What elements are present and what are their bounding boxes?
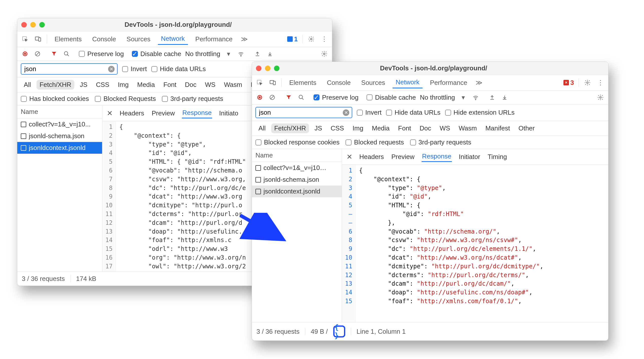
type-wasm[interactable]: Wasm (221, 80, 245, 90)
disable-cache-checkbox[interactable]: ✓Disable cache (132, 50, 181, 58)
device-toggle-icon[interactable] (268, 78, 277, 87)
type-wasm[interactable]: Wasm (456, 123, 480, 133)
clear-icon[interactable] (268, 93, 276, 102)
search-icon[interactable] (297, 93, 305, 102)
third-party-checkbox[interactable]: 3rd-party requests (162, 95, 223, 103)
request-row[interactable]: jsonld-schema.json (17, 130, 102, 142)
type-js[interactable]: JS (311, 123, 325, 133)
network-settings-icon[interactable] (320, 50, 329, 58)
record-icon[interactable] (255, 93, 264, 102)
close-detail-icon[interactable]: ✕ (107, 109, 113, 117)
download-icon[interactable] (266, 50, 274, 58)
request-row[interactable]: jsonld-schema.json (252, 174, 342, 186)
tab-network[interactable]: Network (158, 33, 188, 45)
tab-console[interactable]: Console (324, 77, 354, 88)
errors-badge[interactable]: ×3 (563, 79, 574, 87)
invert-checkbox[interactable]: Invert (122, 65, 147, 73)
preserve-log-checkbox[interactable]: Preserve log (79, 50, 124, 58)
type-other[interactable]: Other (515, 123, 538, 133)
code-lines[interactable]: { "@context": { "type": "@type", "id": "… (356, 165, 547, 322)
type-media[interactable]: Media (134, 80, 158, 90)
detail-tab-response[interactable]: Response (422, 151, 452, 162)
pretty-print-button[interactable]: { } (333, 325, 345, 337)
more-tabs-icon[interactable]: ≫ (240, 35, 248, 43)
type-manifest[interactable]: Manifest (482, 123, 513, 133)
close-window-icon[interactable] (21, 22, 27, 28)
clear-icon[interactable] (33, 50, 42, 58)
tab-sources[interactable]: Sources (124, 34, 153, 45)
disable-cache-checkbox[interactable]: Disable cache (367, 94, 416, 101)
invert-checkbox[interactable]: Invert (357, 109, 382, 116)
detail-tab-response[interactable]: Response (182, 108, 212, 118)
request-row-selected[interactable]: jsonldcontext.jsonld (17, 142, 102, 154)
type-font[interactable]: Font (160, 80, 179, 90)
hide-data-urls-checkbox[interactable]: Hide data URLs (151, 65, 206, 73)
clear-filter-icon[interactable]: ✕ (108, 66, 115, 72)
record-icon[interactable] (21, 50, 29, 58)
detail-tab-preview[interactable]: Preview (391, 152, 415, 162)
type-css[interactable]: CSS (93, 80, 112, 90)
detail-tab-initiator[interactable]: Initiato (219, 108, 239, 118)
detail-tab-preview[interactable]: Preview (151, 108, 175, 118)
device-toggle-icon[interactable] (34, 35, 42, 43)
type-img[interactable]: Img (350, 123, 366, 133)
filter-input[interactable] (24, 65, 106, 73)
settings-icon[interactable] (583, 78, 592, 87)
type-doc[interactable]: Doc (182, 80, 199, 90)
search-icon[interactable] (62, 50, 71, 58)
throttling-select[interactable]: No throttling (185, 50, 220, 58)
tab-console[interactable]: Console (89, 34, 119, 45)
blocked-requests-checkbox[interactable]: Blocked requests (346, 138, 404, 146)
hide-data-urls-checkbox[interactable]: Hide data URLs (386, 109, 441, 116)
kebab-menu-icon[interactable]: ⋮ (320, 35, 329, 43)
type-fetch-xhr[interactable]: Fetch/XHR (37, 80, 74, 90)
code-lines[interactable]: { "@context": { "type": "@type", "id": "… (116, 121, 249, 272)
wifi-icon[interactable] (237, 50, 245, 58)
inspect-icon[interactable] (255, 78, 264, 87)
tab-network[interactable]: Network (393, 77, 422, 88)
issues-badge[interactable]: 1 (287, 35, 298, 43)
download-icon[interactable] (500, 93, 509, 102)
filter-icon[interactable] (50, 50, 58, 58)
type-ws[interactable]: WS (437, 123, 453, 133)
type-img[interactable]: Img (115, 80, 132, 90)
type-css[interactable]: CSS (328, 123, 347, 133)
third-party-checkbox[interactable]: 3rd-party requests (410, 138, 471, 146)
type-js[interactable]: JS (77, 80, 90, 90)
wifi-icon[interactable] (471, 93, 480, 102)
close-window-icon[interactable] (256, 66, 261, 71)
detail-tab-timing[interactable]: Timing (487, 152, 507, 162)
filter-icon[interactable] (284, 93, 293, 102)
detail-tab-initiator[interactable]: Initiator (458, 152, 481, 162)
type-all[interactable]: All (21, 80, 34, 90)
network-settings-icon[interactable] (596, 93, 605, 102)
throttling-chevron-icon[interactable]: ▾ (224, 50, 233, 58)
kebab-menu-icon[interactable]: ⋮ (596, 78, 605, 87)
tab-performance[interactable]: Performance (427, 77, 470, 88)
request-row[interactable]: collect?v=1&_v=j10… (252, 162, 342, 174)
request-row[interactable]: collect?v=1&_v=j10... (17, 118, 102, 130)
type-all[interactable]: All (255, 123, 269, 133)
preserve-log-checkbox[interactable]: ✓Preserve log (313, 94, 359, 101)
clear-filter-icon[interactable]: ✕ (343, 109, 349, 116)
type-ws[interactable]: WS (202, 80, 218, 90)
tab-performance[interactable]: Performance (192, 34, 236, 45)
blocked-cookies-checkbox[interactable]: Blocked response cookies (255, 138, 340, 146)
inspect-icon[interactable] (21, 35, 29, 43)
close-detail-icon[interactable]: ✕ (347, 153, 352, 161)
detail-tab-headers[interactable]: Headers (359, 152, 384, 162)
name-column-header[interactable]: Name (17, 105, 102, 118)
filter-input[interactable] (258, 108, 341, 117)
hide-ext-urls-checkbox[interactable]: Hide extension URLs (445, 109, 515, 116)
detail-tab-headers[interactable]: Headers (119, 108, 145, 118)
settings-icon[interactable] (307, 35, 315, 43)
upload-icon[interactable] (488, 93, 496, 102)
blocked-cookies-checkbox[interactable]: Has blocked cookies (21, 95, 89, 103)
upload-icon[interactable] (253, 50, 262, 58)
type-media[interactable]: Media (369, 123, 393, 133)
type-font[interactable]: Font (395, 123, 414, 133)
tab-sources[interactable]: Sources (358, 77, 388, 88)
blocked-requests-checkbox[interactable]: Blocked Requests (95, 95, 156, 103)
throttling-chevron-icon[interactable]: ▾ (459, 93, 467, 102)
more-tabs-icon[interactable]: ≫ (475, 78, 483, 87)
